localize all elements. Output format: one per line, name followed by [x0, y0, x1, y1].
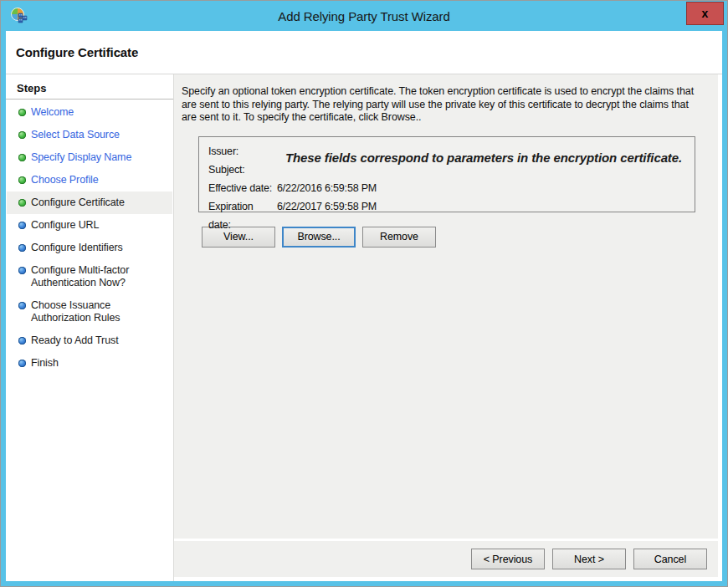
- close-button[interactable]: x: [686, 2, 724, 25]
- certificate-box: Issuer: Subject: Effective date:: [198, 136, 695, 212]
- step-welcome[interactable]: Welcome: [7, 101, 172, 124]
- steps-title: Steps: [6, 74, 173, 100]
- step-status-icon: [18, 109, 26, 116]
- page-header: Configure Certificate: [6, 31, 722, 74]
- step-label: Ready to Add Trust: [31, 334, 163, 347]
- certificate-field-label: Expiration date:: [208, 197, 277, 234]
- step-finish[interactable]: Finish: [7, 352, 172, 375]
- step-status-icon: [18, 302, 26, 309]
- steps-list: Welcome Select Data Source Specify Displ…: [6, 100, 173, 375]
- step-choose-issuance-rules[interactable]: Choose Issuance Authorization Rules: [7, 294, 172, 329]
- step-status-icon: [18, 267, 26, 274]
- certificate-field-row: Expiration date: 6/22/2017 6:59:58 PM: [208, 197, 686, 234]
- step-status-icon: [18, 154, 26, 161]
- description-text: Specify an optional token encryption cer…: [182, 85, 699, 125]
- step-configure-multifactor[interactable]: Configure Multi-factor Authentication No…: [7, 259, 172, 294]
- step-configure-identifiers[interactable]: Configure Identifiers: [7, 237, 172, 259]
- steps-sidebar: Steps Welcome Select Data Source: [6, 74, 174, 581]
- previous-button[interactable]: < Previous: [471, 549, 545, 569]
- window-body: Configure Certificate Steps Welcome Sele…: [6, 31, 722, 580]
- titlebar: Add Relying Party Trust Wizard x: [1, 1, 727, 31]
- step-label: Configure Identifiers: [31, 242, 163, 254]
- step-label: Welcome: [31, 106, 163, 119]
- certificate-field-value: 6/22/2016 6:59:58 PM: [277, 179, 377, 197]
- cancel-button[interactable]: Cancel: [633, 549, 707, 569]
- step-status-icon: [18, 199, 26, 207]
- step-configure-url[interactable]: Configure URL: [7, 214, 172, 237]
- certificate-field-row: Effective date: 6/22/2016 6:59:58 PM: [208, 179, 686, 197]
- step-label: Configure Multi-factor Authentication No…: [31, 264, 163, 289]
- step-specify-display-name[interactable]: Specify Display Name: [7, 146, 172, 169]
- step-label: Choose Issuance Authorization Rules: [31, 299, 163, 324]
- step-ready-to-add-trust[interactable]: Ready to Add Trust: [7, 329, 172, 352]
- certificate-field-label: Issuer:: [208, 142, 277, 161]
- step-label: Configure Certificate: [31, 197, 163, 209]
- wizard-window: Add Relying Party Trust Wizard x Configu…: [0, 0, 728, 587]
- wizard-footer: < Previous Next > Cancel: [174, 539, 718, 577]
- annotation-text: These fields correspond to parameters in…: [279, 151, 688, 165]
- content-panel: Specify an optional token encryption cer…: [174, 74, 718, 539]
- page-title: Configure Certificate: [16, 45, 138, 59]
- step-status-icon: [18, 131, 26, 139]
- next-button[interactable]: Next >: [552, 549, 626, 569]
- step-configure-certificate[interactable]: Configure Certificate: [7, 191, 172, 214]
- adfs-app-icon: [10, 7, 28, 25]
- step-choose-profile[interactable]: Choose Profile: [7, 169, 172, 191]
- step-status-icon: [18, 337, 26, 345]
- step-status-icon: [18, 176, 26, 184]
- step-label: Select Data Source: [31, 129, 163, 141]
- certificate-field-label: Effective date:: [208, 179, 277, 197]
- window-title: Add Relying Party Trust Wizard: [51, 1, 677, 31]
- step-status-icon: [18, 222, 26, 229]
- step-label: Finish: [31, 357, 163, 370]
- step-label: Choose Profile: [31, 174, 163, 186]
- step-label: Configure URL: [31, 219, 163, 232]
- certificate-field-value: 6/22/2017 6:59:58 PM: [277, 197, 377, 234]
- step-status-icon: [18, 244, 26, 252]
- certificate-field-label: Subject:: [208, 161, 277, 179]
- step-select-data-source[interactable]: Select Data Source: [7, 124, 172, 146]
- step-label: Specify Display Name: [31, 151, 163, 164]
- step-status-icon: [18, 360, 26, 367]
